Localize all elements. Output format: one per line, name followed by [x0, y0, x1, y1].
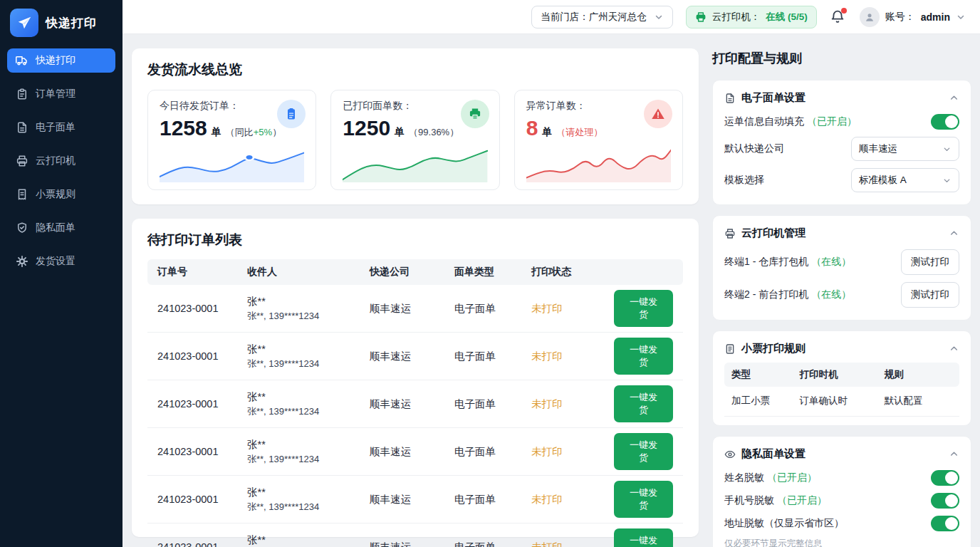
name-masking-toggle[interactable] — [931, 470, 959, 486]
address-masking-toggle[interactable] — [931, 516, 959, 531]
waybill-type-cell: 电子面单 — [454, 397, 531, 411]
autofill-toggle[interactable] — [931, 114, 959, 130]
orders-table-title: 待打印订单列表 — [147, 231, 683, 249]
courier-cell: 顺丰速运 — [370, 397, 454, 411]
cloud-printer-status-pill[interactable]: 云打印机： 在线 (5/5) — [686, 6, 817, 28]
chevron-down-icon — [654, 12, 664, 22]
printer-icon — [16, 155, 28, 167]
order-no-cell: 241023-0001 — [157, 350, 247, 362]
print-status-cell: 未打印 — [531, 302, 614, 316]
stat-unit: 单 — [542, 126, 552, 139]
orders-table-header: 订单号 收件人 快递公司 面单类型 打印状态 — [147, 259, 683, 285]
stat-card-abnormal-orders: 异常订单数： 8 单 （请处理） — [514, 90, 683, 190]
sidebar-item-cloud-printer[interactable]: 云打印机 — [7, 149, 115, 173]
printer-terminal-row: 终端2 - 前台打印机 （在线） 测试打印 — [724, 278, 959, 311]
rule-config-cell: 默认配置 — [885, 395, 952, 407]
stat-note: （请处理） — [556, 126, 603, 139]
person-icon — [864, 11, 875, 23]
one-click-ship-button[interactable]: 一键发货 — [614, 528, 673, 547]
account-label: 账号： — [885, 11, 915, 24]
sidebar-item-privacy-waybill[interactable]: 隐私面单 — [7, 216, 115, 240]
sidebar-item-shipping-settings[interactable]: 发货设置 — [7, 249, 115, 274]
name-masking-label: 姓名脱敏 （已开启） — [724, 472, 817, 484]
sidebar: 快递打印 快递打印 订单管理 电子面单 云打印机 小票规则 — [0, 0, 123, 547]
sidebar-item-e-waybill[interactable]: 电子面单 — [7, 115, 115, 140]
e-waybill-settings-card: 电子面单设置 运单信息自动填充 （已开启） 默认快递公司 顺丰速运 — [712, 80, 971, 205]
one-click-ship-button[interactable]: 一键发货 — [614, 338, 673, 375]
account-name: admin — [921, 11, 950, 23]
printer-pill-label: 云打印机： — [712, 11, 761, 24]
content-area: 发货流水线总览 今日待发货订单： 1258 单 （同比+5%） — [123, 34, 980, 547]
sparkline-red — [526, 145, 671, 182]
cloud-printer-management-card: 云打印机管理 终端1 - 仓库打包机 （在线） 测试打印 终端2 - 前台打印机… — [712, 215, 971, 321]
sidebar-item-label: 订单管理 — [36, 88, 75, 100]
phone-masking-label: 手机号脱敏 （已开启） — [724, 494, 827, 507]
template-select[interactable]: 标准模板 A — [851, 168, 959, 192]
one-click-ship-button[interactable]: 一键发货 — [614, 385, 673, 422]
print-status-cell: 未打印 — [531, 350, 614, 363]
sidebar-item-express-print[interactable]: 快递打印 — [7, 48, 115, 73]
test-print-button[interactable]: 测试打印 — [901, 282, 959, 308]
privacy-helper-text: 仅必要环节显示完整信息 — [724, 535, 959, 547]
section-title: 电子面单设置 — [741, 91, 806, 105]
sidebar-item-order-management[interactable]: 订单管理 — [7, 82, 115, 106]
receipt-print-rules-card: 小票打印规则 类型 打印时机 规则 加工小票 订单确认时 默认配置 — [712, 330, 971, 426]
stat-cards-row: 今日待发货订单： 1258 单 （同比+5%） — [147, 90, 683, 190]
one-click-ship-button[interactable]: 一键发货 — [614, 481, 673, 518]
stat-card-pending-orders: 今日待发货订单： 1258 单 （同比+5%） — [147, 90, 316, 190]
phone-masking-row: 手机号脱敏 （已开启） — [724, 489, 959, 512]
chevron-up-icon[interactable] — [949, 343, 959, 354]
document-icon — [724, 93, 736, 104]
col-recipient: 收件人 — [247, 266, 370, 278]
chevron-up-icon[interactable] — [949, 449, 959, 459]
stat-note: （同比+5%） — [226, 126, 281, 139]
courier-cell: 顺丰速运 — [370, 302, 454, 316]
table-row: 241023-0001 张** 张**, 139****1234 顺丰速运 电子… — [147, 380, 683, 428]
orders-table-body: 241023-0001 张** 张**, 139****1234 顺丰速运 电子… — [147, 285, 683, 547]
stat-value: 8 — [526, 118, 538, 139]
printer-pill-status: 在线 (5/5) — [766, 11, 808, 24]
one-click-ship-button[interactable]: 一键发货 — [614, 290, 673, 327]
account-menu[interactable]: 账号： admin — [860, 7, 966, 27]
one-click-ship-button[interactable]: 一键发货 — [614, 433, 673, 470]
pipeline-overview-card: 发货流水线总览 今日待发货订单： 1258 单 （同比+5%） — [132, 48, 699, 204]
default-courier-row: 默认快递公司 顺丰速运 — [724, 133, 959, 165]
recipient-cell: 张** 张**, 139****1234 — [247, 486, 370, 514]
paper-plane-icon — [10, 9, 38, 37]
store-selector[interactable]: 当前门店：广州天河总仓 — [531, 6, 673, 28]
stat-note: （99.36%） — [409, 126, 459, 139]
recipient-cell: 张** 张**, 139****1234 — [247, 390, 370, 418]
sidebar-item-receipt-rules[interactable]: 小票规则 — [7, 182, 115, 207]
avatar — [860, 7, 880, 27]
recipient-cell: 张** 张**, 139****1234 — [247, 295, 370, 323]
waybill-type-cell: 电子面单 — [454, 350, 531, 363]
default-courier-select[interactable]: 顺丰速运 — [851, 137, 959, 161]
courier-cell: 顺丰速运 — [370, 445, 454, 459]
stat-unit: 单 — [395, 126, 405, 139]
order-no-cell: 241023-0001 — [157, 541, 247, 547]
col-courier: 快递公司 — [370, 266, 454, 278]
notification-bell-button[interactable] — [830, 9, 847, 26]
courier-cell: 顺丰速运 — [370, 541, 454, 547]
chevron-up-icon[interactable] — [949, 93, 959, 103]
table-row: 241023-0001 张** 张**, 139****1234 顺丰速运 电子… — [147, 285, 683, 333]
cloud-printer-management-header: 云打印机管理 — [724, 223, 959, 246]
rule-timing-cell: 订单确认时 — [799, 395, 884, 407]
clipboard-icon — [16, 88, 28, 100]
chevron-up-icon[interactable] — [949, 228, 959, 239]
sidebar-item-label: 云打印机 — [36, 155, 75, 167]
printer-terminal-label: 终端1 - 仓库打包机 （在线） — [724, 256, 851, 269]
phone-masking-toggle[interactable] — [931, 493, 959, 509]
printer-icon — [461, 100, 489, 128]
sidebar-item-label: 快递打印 — [36, 54, 75, 67]
sidebar-item-label: 隐私面单 — [36, 222, 75, 234]
warning-icon — [644, 100, 672, 128]
test-print-button[interactable]: 测试打印 — [901, 249, 959, 275]
recipient-cell: 张** 张**, 139****1234 — [247, 533, 370, 547]
print-status-cell: 未打印 — [531, 493, 614, 506]
privacy-waybill-settings-card: 隐私面单设置 姓名脱敏 （已开启） 手机号脱敏 （已开启） 地址脱敏（仅显示省市… — [712, 436, 971, 547]
receipt-rule-row: 加工小票 订单确认时 默认配置 — [724, 387, 959, 417]
sparkline-blue — [160, 145, 304, 182]
sparkline-green — [343, 145, 487, 182]
recipient-cell: 张** 张**, 139****1234 — [247, 438, 370, 466]
